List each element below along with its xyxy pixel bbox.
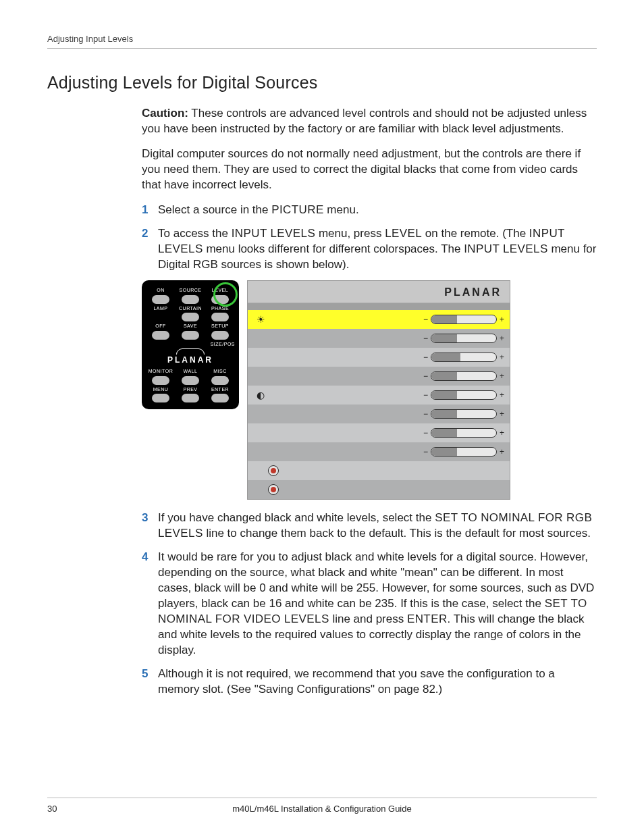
remote-button-menu[interactable]: [152, 394, 169, 402]
remote-label-on: ON: [157, 287, 165, 293]
remote-button-prev[interactable]: [182, 394, 199, 402]
caution-label: Caution:: [142, 107, 188, 120]
page-number: 30: [47, 804, 142, 814]
osd-brand: PLANAR: [444, 285, 502, 300]
remote-control: ON SOURCE LEVEL LAMP CURTAIN PHASE OFF S…: [142, 280, 239, 409]
osd-row[interactable]: − +: [248, 329, 510, 348]
caution-text: These controls are advanced level contro…: [142, 107, 587, 135]
osd-slider[interactable]: − +: [423, 409, 504, 419]
osd-row-contrast[interactable]: ◐ − +: [248, 386, 510, 405]
osd-slider[interactable]: − +: [423, 446, 504, 457]
remote-label-source: SOURCE: [180, 287, 202, 293]
remote-button-misc[interactable]: [211, 376, 229, 385]
step-number: 3: [142, 511, 158, 542]
step-3: 3 If you have changed black and white le…: [142, 511, 597, 542]
remote-button-on[interactable]: [152, 295, 169, 304]
remote-button-phase[interactable]: [211, 313, 229, 321]
remote-button-enter[interactable]: [211, 394, 229, 402]
radio-icon[interactable]: [268, 465, 279, 476]
remote-label-enter: ENTER: [211, 386, 229, 392]
step-text: If you have changed black and white leve…: [158, 511, 597, 542]
remote-button-setup[interactable]: [211, 331, 229, 340]
remote-label-setup: SETUP: [211, 323, 229, 329]
step-number: 1: [142, 203, 158, 218]
osd-slider[interactable]: − +: [423, 371, 504, 382]
osd-slider[interactable]: − +: [423, 427, 504, 438]
contrast-icon: ◐: [253, 388, 268, 402]
remote-button-wall[interactable]: [182, 376, 199, 385]
osd-row[interactable]: − +: [248, 405, 510, 423]
step-text: Although it is not required, we recommen…: [158, 667, 597, 698]
page-footer: 30 m40L/m46L Installation & Configuratio…: [47, 798, 597, 814]
step-text: To access the INPUT LEVELS menu, press L…: [158, 226, 597, 273]
remote-label-level: LEVEL: [212, 287, 228, 293]
osd-slider[interactable]: − +: [423, 314, 504, 325]
header-rule: [47, 48, 597, 49]
osd-row-brightness[interactable]: ☀ − +: [248, 310, 510, 329]
osd-header: PLANAR: [248, 281, 510, 303]
osd-row-nominal-rgb[interactable]: [248, 461, 510, 480]
osd-menu: PLANAR ☀ − + − + − +: [247, 280, 510, 500]
remote-brand: PLANAR: [146, 352, 235, 367]
remote-label-monitor: MONITOR: [149, 368, 173, 374]
step-text: It would be rare for you to adjust black…: [158, 550, 597, 658]
remote-button-source[interactable]: [182, 295, 199, 304]
remote-label-prev: PREV: [183, 386, 197, 392]
caution-paragraph: Caution: These controls are advanced lev…: [142, 106, 597, 137]
remote-button-off[interactable]: [152, 331, 169, 340]
step-4: 4 It would be rare for you to adjust bla…: [142, 550, 597, 658]
remote-label-off: OFF: [155, 323, 166, 329]
doc-title: m40L/m46L Installation & Configuration G…: [142, 804, 502, 814]
intro-paragraph: Digital computer sources do not normally…: [142, 147, 597, 193]
remote-button-curtain[interactable]: [182, 313, 199, 321]
step-text: Select a source in the PICTURE menu.: [158, 203, 597, 218]
radio-icon[interactable]: [268, 484, 279, 495]
remote-label-save: SAVE: [184, 323, 197, 329]
running-header: Adjusting Input Levels: [47, 34, 597, 44]
remote-button-level[interactable]: [211, 295, 229, 304]
figure-remote-and-osd: ON SOURCE LEVEL LAMP CURTAIN PHASE OFF S…: [142, 280, 597, 500]
step-number: 4: [142, 550, 158, 658]
osd-row[interactable]: − +: [248, 348, 510, 367]
remote-label-phase: PHASE: [211, 305, 229, 311]
osd-row[interactable]: − +: [248, 423, 510, 442]
remote-label-lamp: LAMP: [153, 305, 167, 311]
remote-label-sizepos: SIZE/POS: [211, 341, 235, 347]
remote-label-misc: MISC: [213, 368, 227, 374]
step-1: 1 Select a source in the PICTURE menu.: [142, 203, 597, 218]
step-number: 5: [142, 667, 158, 698]
osd-slider[interactable]: − +: [423, 390, 504, 400]
remote-button-monitor[interactable]: [152, 376, 169, 385]
osd-substrip: [248, 303, 510, 310]
step-2: 2 To access the INPUT LEVELS menu, press…: [142, 226, 597, 273]
osd-slider[interactable]: − +: [423, 352, 504, 363]
brightness-icon: ☀: [253, 312, 268, 327]
remote-label-menu: MENU: [153, 386, 169, 392]
remote-button-save[interactable]: [182, 331, 199, 340]
osd-slider[interactable]: − +: [423, 333, 504, 344]
osd-row[interactable]: − +: [248, 367, 510, 386]
step-5: 5 Although it is not required, we recomm…: [142, 667, 597, 698]
osd-row-nominal-video[interactable]: [248, 480, 510, 499]
remote-label-curtain: CURTAIN: [179, 305, 202, 311]
osd-row[interactable]: − +: [248, 442, 510, 461]
remote-label-wall: WALL: [184, 368, 198, 374]
section-heading: Adjusting Levels for Digital Sources: [47, 73, 597, 93]
step-number: 2: [142, 226, 158, 273]
